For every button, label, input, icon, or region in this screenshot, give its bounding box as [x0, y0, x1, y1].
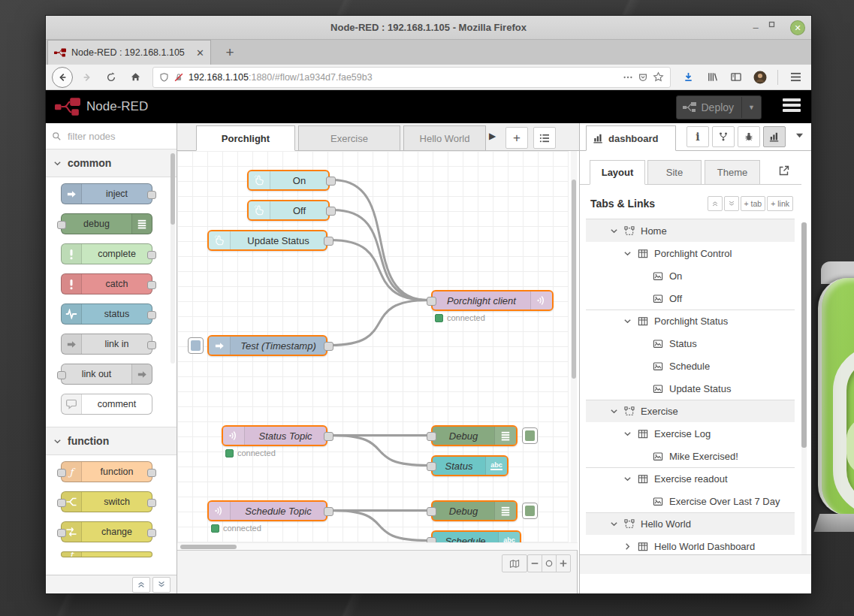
- chevron-down-icon[interactable]: [623, 249, 632, 258]
- dashboard-subtab-Layout[interactable]: Layout: [590, 160, 645, 185]
- forward-button[interactable]: [77, 68, 97, 87]
- collapse-all-button[interactable]: [708, 196, 723, 211]
- palette-node-function[interactable]: ƒfunction: [61, 461, 152, 482]
- window-titlebar[interactable]: Node-RED : 192.168.1.105 - Mozilla Firef…: [46, 16, 811, 40]
- page-actions-icon[interactable]: [623, 72, 633, 83]
- flow-list-button[interactable]: [533, 127, 556, 149]
- library-button[interactable]: [702, 68, 722, 87]
- flow-node-test[interactable]: Test (Timestamp): [207, 335, 327, 356]
- add-flow-button[interactable]: +: [505, 127, 528, 149]
- output-port[interactable]: [324, 237, 333, 246]
- minimize-button[interactable]: –: [748, 20, 763, 35]
- new-tab-button[interactable]: +: [217, 40, 243, 65]
- canvas-vertical-scrollbar[interactable]: [571, 151, 577, 542]
- palette-scrollbar[interactable]: [170, 153, 175, 364]
- bookmark-star-icon[interactable]: [653, 71, 664, 83]
- chevron-right-icon[interactable]: [623, 542, 632, 551]
- add-tab-button[interactable]: + tab: [741, 196, 766, 211]
- home-button[interactable]: [125, 68, 145, 87]
- info-tab-button[interactable]: i: [687, 126, 709, 147]
- nodered-menu-button[interactable]: [783, 98, 801, 114]
- open-dashboard-button[interactable]: [778, 165, 790, 177]
- zoom-out-button[interactable]: [528, 555, 542, 572]
- tree-item-schedule[interactable]: Schedule: [586, 355, 795, 377]
- tree-scrollbar[interactable]: [801, 222, 807, 568]
- palette-category-function[interactable]: function: [46, 427, 177, 455]
- flow-node-on[interactable]: On: [247, 170, 330, 191]
- palette-collapse-all-button[interactable]: [132, 577, 150, 593]
- tree-item-home[interactable]: Home: [586, 219, 795, 242]
- debug-tab-button[interactable]: [738, 126, 760, 147]
- expand-all-button[interactable]: [724, 196, 739, 211]
- input-port[interactable]: [427, 432, 436, 441]
- palette-node-link-out[interactable]: link out: [61, 364, 152, 385]
- chevron-down-icon[interactable]: [610, 407, 618, 415]
- chevron-down-icon[interactable]: [623, 430, 632, 438]
- dashboard-subtab-Theme[interactable]: Theme: [705, 160, 760, 185]
- wire-stopic-to-stext[interactable]: [330, 436, 428, 466]
- palette-node-change[interactable]: change: [61, 521, 152, 542]
- output-port[interactable]: [326, 207, 336, 216]
- tree-item-hello-world[interactable]: Hello World: [586, 512, 795, 535]
- flow-node-debug2[interactable]: Debug: [431, 500, 518, 521]
- output-port[interactable]: [326, 177, 336, 186]
- palette-node-catch[interactable]: catch: [61, 273, 152, 294]
- tree-item-mike-exercised-[interactable]: Mike Exercised!: [586, 445, 795, 467]
- restore-button[interactable]: [768, 20, 783, 35]
- pocket-icon[interactable]: [638, 72, 648, 83]
- debug-toggle-button[interactable]: [522, 427, 538, 444]
- input-port[interactable]: [427, 537, 436, 542]
- chevron-down-icon[interactable]: [623, 475, 632, 483]
- zoom-in-button[interactable]: [556, 555, 570, 572]
- canvas-horizontal-scrollbar[interactable]: [177, 542, 578, 550]
- back-button[interactable]: [52, 67, 73, 88]
- tree-item-exercise-readout[interactable]: Exercise readout: [586, 467, 795, 490]
- add-link-button[interactable]: + link: [767, 196, 793, 211]
- flow-node-off[interactable]: Off: [247, 200, 330, 221]
- insecure-lock-icon[interactable]: [174, 72, 184, 83]
- palette-node-complete[interactable]: complete: [61, 243, 152, 264]
- next-tab-button[interactable]: ▶: [489, 131, 496, 141]
- input-port[interactable]: [427, 507, 436, 516]
- chevron-down-icon[interactable]: [610, 520, 618, 528]
- wire-schtopic-to-schtext[interactable]: [330, 511, 428, 541]
- config-nodes-tab-button[interactable]: [712, 126, 735, 147]
- palette-node-partial[interactable]: ƒ: [61, 551, 152, 557]
- wire-test-to-client[interactable]: [330, 300, 428, 346]
- tab-close-icon[interactable]: ✕: [196, 47, 204, 59]
- url-bar[interactable]: 192.168.1.105:1880/#flow/1a934d7.fae59b3: [152, 67, 671, 88]
- flow-tab-Exercise[interactable]: Exercise: [298, 125, 400, 151]
- wire-off-to-client[interactable]: [333, 210, 428, 300]
- chevron-down-icon[interactable]: [610, 227, 618, 235]
- palette-node-debug[interactable]: debug: [61, 213, 152, 234]
- flow-node-stext[interactable]: Statusabc: [431, 455, 508, 476]
- tree-item-off[interactable]: Off: [586, 287, 795, 310]
- tree-item-porchlight-control[interactable]: Porchlight Control: [586, 242, 795, 264]
- palette-expand-all-button[interactable]: [152, 577, 170, 593]
- palette-node-switch[interactable]: switch: [61, 491, 152, 512]
- flow-node-schtext[interactable]: Scheduleabc: [431, 530, 521, 542]
- sidebar-tab-dashboard[interactable]: dashboard: [586, 125, 676, 151]
- input-port[interactable]: [427, 462, 436, 471]
- flow-node-debug1[interactable]: Debug: [431, 425, 518, 446]
- chevron-down-icon[interactable]: [623, 317, 632, 325]
- flow-node-update[interactable]: Update Status: [207, 230, 327, 251]
- browser-tab[interactable]: Node-RED : 192.168.1.105 ✕: [47, 40, 211, 65]
- tree-item-porchlight-status[interactable]: Porchlight Status: [586, 310, 795, 332]
- palette-node-link-in[interactable]: link in: [61, 334, 152, 355]
- deploy-button[interactable]: Deploy ▼: [676, 95, 762, 119]
- sidebars-button[interactable]: [726, 68, 746, 87]
- filter-nodes-input[interactable]: [66, 130, 159, 143]
- output-port[interactable]: [324, 432, 333, 441]
- debug-toggle-button[interactable]: [522, 503, 538, 519]
- account-avatar[interactable]: [750, 68, 770, 87]
- flow-tab-Hello-World[interactable]: Hello World: [403, 125, 486, 151]
- flow-node-client[interactable]: Porchlight client: [431, 290, 554, 311]
- palette-node-comment[interactable]: comment: [61, 394, 152, 415]
- palette-node-inject[interactable]: inject: [61, 183, 152, 204]
- dashboard-subtab-Site[interactable]: Site: [647, 160, 702, 185]
- tree-item-exercise-log[interactable]: Exercise Log: [586, 422, 795, 445]
- wire-on-to-client[interactable]: [333, 180, 428, 300]
- flow-canvas[interactable]: OnOffUpdate StatusPorchlight clientconne…: [177, 151, 569, 542]
- flow-tab-Porchlight[interactable]: Porchlight: [196, 125, 295, 151]
